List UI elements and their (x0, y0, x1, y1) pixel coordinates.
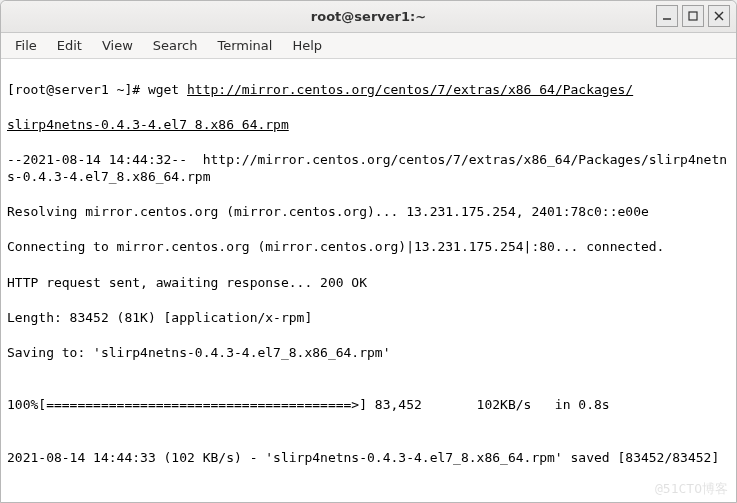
terminal-line: 2021-08-14 14:44:33 (102 KB/s) - 'slirp4… (7, 449, 730, 467)
close-icon (714, 11, 724, 21)
watermark-text: @51CTO博客 (655, 480, 728, 498)
minimize-icon (662, 11, 672, 21)
terminal-line: Saving to: 'slirp4netns-0.4.3-4.el7_8.x8… (7, 344, 730, 362)
shell-prompt: [root@server1 ~]# (7, 82, 148, 97)
window-title: root@server1:~ (311, 9, 426, 24)
terminal-line: Resolving mirror.centos.org (mirror.cent… (7, 203, 730, 221)
menu-edit[interactable]: Edit (47, 35, 92, 56)
cmd-text: wget (148, 82, 187, 97)
svg-rect-1 (689, 12, 697, 20)
close-button[interactable] (708, 5, 730, 27)
terminal-line: --2021-08-14 14:44:32-- http://mirror.ce… (7, 151, 730, 186)
titlebar-controls (656, 5, 730, 27)
menu-help[interactable]: Help (282, 35, 332, 56)
terminal-line: HTTP request sent, awaiting response... … (7, 274, 730, 292)
menu-terminal[interactable]: Terminal (207, 35, 282, 56)
progress-bar-line: 100%[===================================… (7, 396, 730, 414)
minimize-button[interactable] (656, 5, 678, 27)
terminal-line: Length: 83452 (81K) [application/x-rpm] (7, 309, 730, 327)
url-text: slirp4netns-0.4.3-4.el7 8.x86 64.rpm (7, 116, 730, 134)
terminal-line: [root@server1 ~]# wget http://mirror.cen… (7, 81, 730, 99)
terminal-line: Connecting to mirror.centos.org (mirror.… (7, 238, 730, 256)
menu-search[interactable]: Search (143, 35, 208, 56)
menu-file[interactable]: File (5, 35, 47, 56)
terminal-window: root@server1:~ File Edit View Search Ter… (0, 0, 737, 503)
menubar: File Edit View Search Terminal Help (1, 33, 736, 59)
terminal-output[interactable]: [root@server1 ~]# wget http://mirror.cen… (1, 59, 736, 502)
maximize-button[interactable] (682, 5, 704, 27)
url-text: http://mirror.centos.org/centos/7/extras… (187, 82, 633, 97)
maximize-icon (688, 11, 698, 21)
menu-view[interactable]: View (92, 35, 143, 56)
titlebar: root@server1:~ (1, 1, 736, 33)
